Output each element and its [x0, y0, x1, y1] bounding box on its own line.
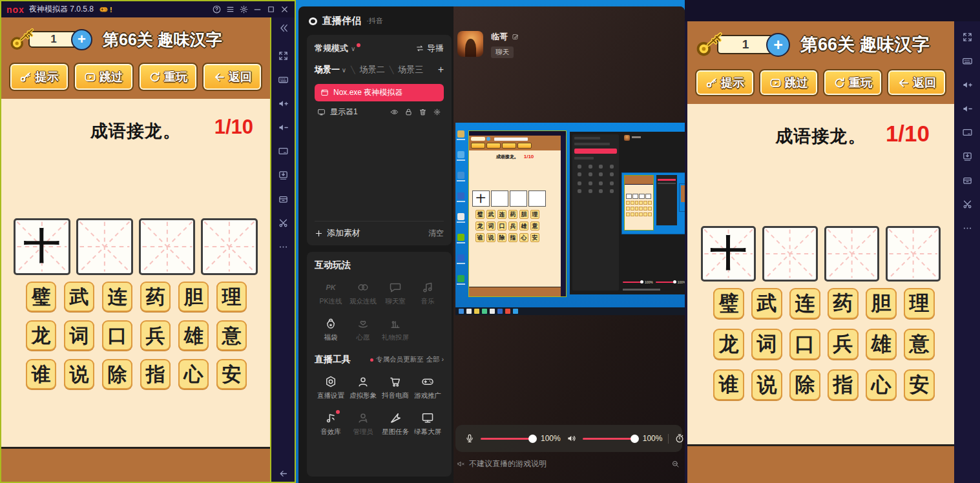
- fullscreen-icon[interactable]: [962, 32, 973, 43]
- char-tile[interactable]: 安: [216, 359, 247, 389]
- edit-icon[interactable]: [512, 33, 519, 41]
- settings-icon[interactable]: [239, 5, 249, 14]
- char-tile[interactable]: 词: [64, 320, 94, 351]
- volume-down-icon[interactable]: [278, 122, 289, 133]
- char-tile[interactable]: 雄: [866, 329, 897, 360]
- char-tile[interactable]: 指: [828, 369, 859, 400]
- char-tile[interactable]: 胆: [866, 288, 897, 319]
- char-tile[interactable]: 武: [64, 282, 94, 312]
- screen-icon[interactable]: [278, 146, 289, 157]
- shared-folder-icon[interactable]: [962, 175, 973, 186]
- tool-item[interactable]: 抖音电商: [379, 375, 412, 400]
- game-action-button[interactable]: 返回: [202, 63, 262, 91]
- interact-item[interactable]: 心愿: [347, 317, 379, 342]
- eye-icon[interactable]: [390, 108, 399, 116]
- keyboard-icon[interactable]: [962, 56, 973, 67]
- char-tile[interactable]: 口: [789, 329, 820, 360]
- scissors-icon[interactable]: [278, 218, 289, 229]
- add-keys-button[interactable]: +: [71, 29, 92, 50]
- minimize-icon[interactable]: [253, 5, 262, 14]
- more-icon[interactable]: [278, 242, 289, 252]
- char-tile[interactable]: 意: [904, 329, 935, 360]
- lock-icon[interactable]: [404, 108, 413, 116]
- game-action-button[interactable]: 返回: [887, 69, 946, 96]
- collapse-icon[interactable]: [278, 23, 289, 34]
- capture-preview[interactable]: 成语接龙。 1/10 十 璧武连药胆理龙词口兵雄意谁说除指心安: [455, 123, 685, 315]
- tool-item[interactable]: 星图任务: [379, 411, 412, 437]
- mode-selector[interactable]: 常规模式: [315, 43, 348, 54]
- search-zoom-icon[interactable]: [671, 460, 680, 468]
- director-button[interactable]: 导播: [427, 43, 444, 54]
- char-tile[interactable]: 心: [866, 369, 897, 400]
- tool-item[interactable]: 游戏推广: [412, 375, 444, 400]
- game-action-button[interactable]: 跳过: [759, 69, 818, 96]
- source-item-display[interactable]: 显示器1: [315, 107, 444, 118]
- char-tile[interactable]: 指: [140, 359, 171, 389]
- tool-item[interactable]: 绿幕大屏: [412, 411, 444, 437]
- char-tile[interactable]: 龙: [26, 320, 56, 351]
- help-icon[interactable]: [212, 5, 222, 14]
- trash-icon[interactable]: [419, 108, 427, 116]
- char-tile[interactable]: 谁: [713, 369, 744, 400]
- back-icon[interactable]: [278, 468, 289, 479]
- answer-slot[interactable]: 十: [701, 226, 756, 282]
- volume-up-icon[interactable]: [962, 79, 973, 90]
- add-keys-button[interactable]: +: [766, 33, 790, 57]
- tool-item[interactable]: 直播设置: [315, 375, 347, 400]
- char-tile[interactable]: 谁: [26, 359, 56, 389]
- shared-folder-icon[interactable]: [278, 194, 289, 205]
- add-scene-button[interactable]: +: [438, 64, 444, 76]
- keyboard-icon[interactable]: [278, 74, 289, 85]
- game-action-button[interactable]: 重玩: [138, 63, 198, 91]
- speaker-icon[interactable]: [567, 433, 577, 444]
- menu-icon[interactable]: [225, 5, 235, 14]
- gamepad-alert-badge[interactable]: !: [98, 5, 112, 14]
- char-tile[interactable]: 龙: [713, 329, 744, 360]
- char-tile[interactable]: 兵: [140, 320, 171, 351]
- char-tile[interactable]: 连: [789, 288, 820, 319]
- char-tile[interactable]: 说: [751, 369, 782, 400]
- scene-tab[interactable]: 场景二: [346, 64, 385, 76]
- answer-slot[interactable]: [201, 218, 258, 275]
- interact-item[interactable]: 观众连线: [347, 281, 379, 306]
- apk-install-icon[interactable]: [962, 151, 973, 162]
- screen-icon[interactable]: [962, 127, 973, 138]
- char-tile[interactable]: 心: [178, 359, 209, 389]
- clear-button[interactable]: 清空: [428, 228, 444, 239]
- char-tile[interactable]: 说: [64, 359, 94, 389]
- char-tile[interactable]: 胆: [178, 282, 209, 312]
- speaker-volume-slider[interactable]: [583, 438, 637, 440]
- game-action-button[interactable]: 提示: [695, 69, 755, 96]
- char-tile[interactable]: 雄: [178, 320, 209, 351]
- gear-icon[interactable]: [433, 108, 441, 116]
- answer-slot[interactable]: 十: [14, 218, 70, 275]
- char-tile[interactable]: 口: [102, 320, 132, 351]
- interact-item[interactable]: 礼物投屏: [379, 317, 412, 342]
- add-material-button[interactable]: 添加素材: [327, 227, 360, 239]
- char-tile[interactable]: 药: [140, 282, 171, 312]
- answer-slot[interactable]: [139, 218, 196, 275]
- scissors-icon[interactable]: [962, 199, 973, 210]
- volume-up-icon[interactable]: [278, 98, 289, 109]
- char-tile[interactable]: 理: [904, 288, 935, 319]
- char-tile[interactable]: 武: [751, 288, 782, 319]
- char-tile[interactable]: 理: [216, 282, 247, 312]
- streamer-avatar[interactable]: [457, 31, 483, 57]
- more-icon[interactable]: [962, 223, 973, 234]
- interact-item[interactable]: PK PK连线: [315, 281, 347, 306]
- mic-volume-slider[interactable]: [481, 438, 535, 440]
- answer-slot[interactable]: [762, 226, 817, 282]
- scene-tab[interactable]: 场景三: [385, 64, 424, 76]
- tool-item[interactable]: 虚拟形象: [347, 375, 379, 400]
- close-icon[interactable]: [280, 5, 289, 14]
- game-action-button[interactable]: 重玩: [823, 69, 882, 96]
- char-tile[interactable]: 除: [102, 359, 132, 389]
- interact-item[interactable]: 聊天室: [379, 281, 412, 306]
- char-tile[interactable]: 意: [216, 320, 247, 351]
- char-tile[interactable]: 词: [751, 329, 782, 360]
- char-tile[interactable]: 璧: [26, 282, 56, 312]
- membership-banner[interactable]: 专属会员更新至 全部: [370, 355, 444, 364]
- mic-icon[interactable]: [464, 433, 475, 444]
- apk-install-icon[interactable]: [278, 170, 289, 181]
- char-tile[interactable]: 连: [102, 282, 132, 312]
